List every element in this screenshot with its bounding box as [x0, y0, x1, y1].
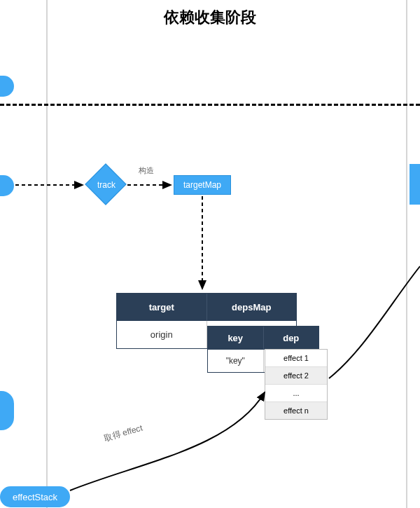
- horizontal-dashed-divider: [0, 104, 420, 106]
- targetmap-label: targetMap: [183, 180, 221, 190]
- column-divider-left: [46, 0, 48, 508]
- track-label: track: [85, 164, 127, 206]
- effectstack-node: effectStack: [0, 486, 70, 507]
- effectstack-label: effectStack: [13, 492, 57, 502]
- right-edge-node: [410, 164, 420, 205]
- list-item: effect 2: [265, 367, 327, 385]
- table-header: target: [117, 294, 207, 321]
- list-item: effect 1: [265, 350, 327, 367]
- arrows-overlay: [0, 0, 420, 508]
- table-cell: "key": [208, 350, 264, 372]
- table-header: depsMap: [207, 294, 297, 321]
- table-header: key: [208, 327, 264, 350]
- diagram-title: 依赖收集阶段: [0, 7, 420, 28]
- track-node: track: [85, 164, 127, 206]
- targetmap-node: targetMap: [174, 175, 231, 195]
- get-effect-label: 取得 effect: [103, 423, 144, 445]
- left-edge-node-2: [0, 175, 14, 196]
- left-edge-node-3: [0, 391, 14, 430]
- construct-label: 构造: [139, 165, 154, 176]
- left-edge-node-1: [0, 76, 14, 97]
- list-item: ...: [265, 385, 327, 402]
- dep-list: effect 1 effect 2 ... effect n: [265, 349, 328, 420]
- list-item: effect n: [265, 402, 327, 419]
- table-header: dep: [264, 327, 319, 350]
- table-cell: origin: [117, 321, 207, 348]
- column-divider-right: [406, 0, 407, 508]
